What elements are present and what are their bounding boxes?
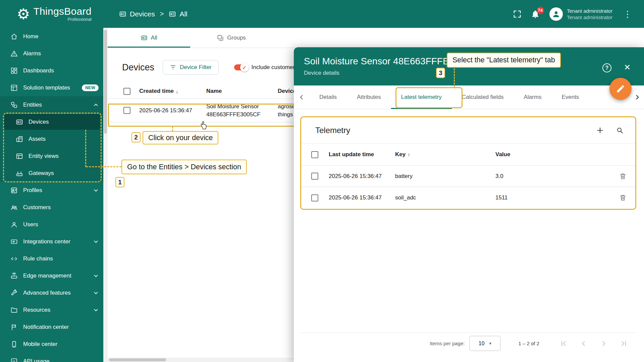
column-name[interactable]: Name xyxy=(206,88,278,95)
page-size-select[interactable]: 10 ▾ xyxy=(469,336,500,351)
horizontal-scrollbar[interactable] xyxy=(108,358,294,362)
trash-icon xyxy=(619,172,627,180)
scrollbar-thumb[interactable] xyxy=(104,30,107,134)
tab-latest-telemetry[interactable]: Latest telemetry xyxy=(391,85,452,109)
fullscreen-icon xyxy=(513,9,522,19)
folder-icon xyxy=(10,306,18,314)
add-telemetry-button[interactable] xyxy=(596,126,604,135)
tab-groups[interactable]: Groups xyxy=(190,28,273,48)
edit-fab-button[interactable] xyxy=(609,78,632,100)
breadcrumb-devices[interactable]: Devices xyxy=(119,10,155,18)
sidebar-item-mobile-center[interactable]: Mobile center xyxy=(0,336,103,353)
tabs-scroll-left-button[interactable] xyxy=(294,94,309,101)
sidebar-item-rule-chains[interactable]: Rule chains xyxy=(0,250,103,267)
avatar[interactable] xyxy=(549,7,563,21)
sidebar-label: Home xyxy=(23,33,38,40)
sidebar-scrollbar[interactable] xyxy=(103,28,108,362)
tab-all[interactable]: All xyxy=(108,28,190,48)
tab-events[interactable]: Events xyxy=(551,85,589,109)
select-all-checkbox[interactable] xyxy=(123,88,130,95)
tab-details[interactable]: Details xyxy=(309,85,347,109)
chevron-down-icon xyxy=(93,290,99,296)
select-all-checkbox[interactable] xyxy=(311,151,318,158)
sidebar-item-resources[interactable]: Resources xyxy=(0,301,103,318)
sidebar-item-api-usage[interactable]: API usage xyxy=(0,353,103,362)
annotation-step-badge: 2 xyxy=(131,132,141,142)
top-header: ⚙ ThingsBoard Professional Devices > All… xyxy=(0,0,644,28)
caret-down-icon: ▾ xyxy=(489,341,492,346)
sidebar-label: Dashboards xyxy=(23,67,54,74)
integrations-icon xyxy=(10,238,18,246)
sidebar-item-notification-center[interactable]: Notification center xyxy=(0,318,103,336)
new-badge: NEW xyxy=(82,84,99,91)
sidebar-label: Advanced features xyxy=(23,290,71,296)
tabs-scroll-right-button[interactable] xyxy=(631,94,644,101)
toggle-knob: ✓ xyxy=(240,63,249,72)
next-page-button[interactable] xyxy=(600,340,608,348)
tab-alarms[interactable]: Alarms xyxy=(514,85,551,109)
row-checkbox[interactable] xyxy=(311,194,318,201)
include-customers-toggle[interactable]: ✓ xyxy=(234,63,248,72)
column-key[interactable]: Key↑ xyxy=(395,151,495,158)
check-icon: ✓ xyxy=(242,65,247,70)
column-created-time[interactable]: Created time↓ xyxy=(139,88,206,95)
user-icon xyxy=(552,10,560,18)
sidebar-item-dashboards[interactable]: Dashboards xyxy=(0,62,103,79)
sidebar-item-advanced-features[interactable]: Advanced features xyxy=(0,284,103,301)
paginator: Items per page: 10 ▾ 1 – 2 of 2 xyxy=(300,333,636,354)
first-page-button[interactable] xyxy=(559,340,568,348)
sidebar-item-entity-views[interactable]: Entity views xyxy=(0,147,103,165)
sidebar-item-users[interactable]: Users xyxy=(0,216,103,233)
app-logo[interactable]: ⚙ ThingsBoard Professional xyxy=(0,6,103,22)
assets-icon xyxy=(15,135,23,143)
delete-button[interactable] xyxy=(610,194,635,202)
fullscreen-button[interactable] xyxy=(513,9,522,19)
user-info[interactable]: Tenant administrator Tenant administrato… xyxy=(567,8,618,20)
search-icon xyxy=(616,126,624,134)
scrollbar-thumb[interactable] xyxy=(109,358,166,361)
sort-desc-icon: ↓ xyxy=(176,88,178,94)
cell-key: soil_adc xyxy=(395,194,495,201)
sidebar-item-customers[interactable]: Customers xyxy=(0,199,103,216)
tab-all-label: All xyxy=(151,35,157,41)
search-telemetry-button[interactable] xyxy=(616,126,624,134)
tab-attributes[interactable]: Attributes xyxy=(347,85,391,109)
sidebar-label: Alarms xyxy=(23,50,41,57)
kebab-menu-icon[interactable]: ⋮ xyxy=(623,10,632,18)
sidebar-item-alarms[interactable]: Alarms xyxy=(0,45,103,62)
tab-calculated-fields[interactable]: Calculated fields xyxy=(452,85,514,109)
entities-icon xyxy=(10,101,18,109)
help-icon[interactable]: ? xyxy=(602,63,611,72)
sidebar-item-entities[interactable]: Entities xyxy=(0,96,103,113)
sidebar-item-edge-management[interactable]: Edge management xyxy=(0,267,103,284)
sidebar-label: Entity views xyxy=(29,153,59,160)
row-checkbox[interactable] xyxy=(311,173,318,180)
chevron-left-icon xyxy=(580,340,588,348)
device-filter-button[interactable]: Device Filter xyxy=(163,60,218,75)
telemetry-row[interactable]: 2025-06-26 15:36:47 battery 3.0 xyxy=(301,166,635,187)
previous-page-button[interactable] xyxy=(580,340,588,348)
sidebar-item-home[interactable]: Home xyxy=(0,28,103,45)
notifications-button[interactable]: 74 xyxy=(531,9,540,19)
page-range-label: 1 – 2 of 2 xyxy=(518,341,539,346)
column-last-update-time[interactable]: Last update time xyxy=(329,151,395,158)
logo-gear-icon: ⚙ xyxy=(17,7,30,21)
trash-icon xyxy=(619,194,627,202)
device-details-panel: Soil Moisture Sensor 48E663FFFE3005CF De… xyxy=(294,47,644,362)
sidebar-item-devices[interactable]: Devices xyxy=(3,114,100,130)
delete-button[interactable] xyxy=(610,172,635,180)
plus-icon xyxy=(596,126,604,135)
flag-icon xyxy=(10,323,18,331)
sidebar-item-solution-templates[interactable]: Solution templates NEW xyxy=(0,79,103,96)
breadcrumb-all[interactable]: All xyxy=(169,10,187,18)
close-icon[interactable]: ✕ xyxy=(623,63,632,72)
column-value[interactable]: Value xyxy=(495,151,610,158)
sidebar-item-assets[interactable]: Assets xyxy=(0,130,103,147)
telemetry-row[interactable]: 2025-06-26 15:36:47 soil_adc 1511 xyxy=(301,187,635,208)
row-checkbox[interactable] xyxy=(123,107,130,114)
cell-value: 3.0 xyxy=(495,173,610,180)
chevron-up-icon xyxy=(93,102,99,108)
last-page-button[interactable] xyxy=(620,340,628,348)
sidebar-item-profiles[interactable]: Profiles xyxy=(0,182,103,199)
sidebar-item-integrations-center[interactable]: Integrations center xyxy=(0,233,103,250)
